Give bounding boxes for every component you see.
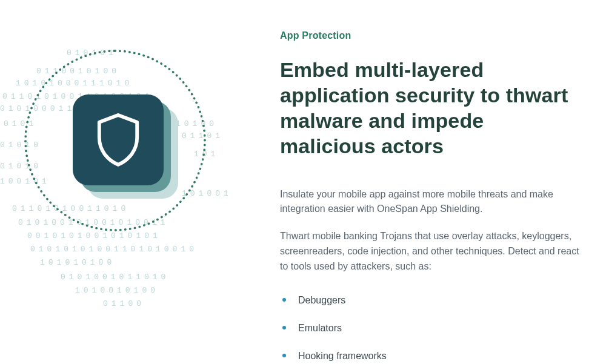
intro-para-2: Thwart mobile banking Trojans that use o…	[280, 229, 583, 274]
binary-row: 01010101001101010010	[30, 243, 198, 256]
binary-row: 01100	[103, 298, 145, 310]
headline: Embed multi-layered application security…	[280, 57, 583, 159]
illustration: 010101 0110010100 10101000111010 0110101…	[0, 0, 279, 364]
eyebrow: App Protection	[280, 30, 583, 41]
shield-icon	[95, 113, 142, 167]
binary-row: 101010100	[40, 257, 115, 269]
binary-row: 0101001011010	[61, 271, 169, 283]
binary-row: 0010101001010101	[27, 230, 161, 242]
list-item: Hooking frameworks	[280, 342, 583, 364]
feature-list: Debuggers Emulators Hooking frameworks A…	[280, 286, 583, 364]
content: App Protection Embed multi-layered appli…	[279, 0, 606, 364]
list-item: Emulators	[280, 314, 583, 342]
intro-para-1: Insulate your mobile app against more mo…	[280, 187, 583, 217]
illustration-canvas: 010101 0110010100 10101000111010 0110101…	[0, 0, 279, 364]
list-item: Debuggers	[280, 286, 583, 314]
hero-section: 010101 0110010100 10101000111010 0110101…	[0, 0, 606, 364]
stack-card-front	[73, 94, 164, 185]
binary-row: 1010010100	[75, 285, 159, 297]
